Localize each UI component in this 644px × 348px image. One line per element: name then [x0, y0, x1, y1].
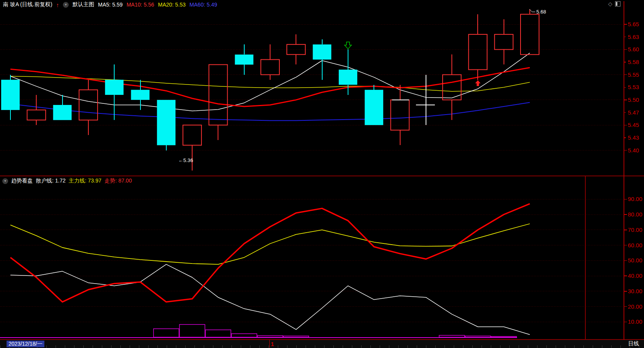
trend-value: 走势: 87.00: [105, 177, 132, 184]
price-axis-label: 5.60: [628, 46, 639, 52]
timeline-marker: 1: [269, 340, 274, 348]
stock-app-window: 南 玻A (日线.前复权) ↑ ▾ 默认主图 MA5: 5.59 MA10: 5…: [0, 0, 644, 348]
candle-down: [53, 105, 72, 120]
indicator-line-散户线: [10, 264, 530, 334]
candle-up: [521, 14, 539, 54]
candle-down: [313, 44, 331, 59]
period-selector[interactable]: 日线: [628, 340, 639, 347]
price-axis-label: 5.63: [628, 34, 639, 40]
retail-line-value: 散户线: 1.72: [36, 177, 66, 184]
price-axis-label: 5.45: [628, 122, 639, 128]
timeline-ticks: [0, 345, 644, 348]
sell-signal-arrow-icon: [345, 42, 352, 49]
candle-up: [391, 100, 409, 130]
volume-energy-bar: [257, 336, 283, 337]
candle-down: [105, 80, 123, 95]
indicator-name: 趋势看盘: [11, 177, 33, 184]
candle-up: [27, 110, 46, 120]
timeline-bar[interactable]: 2023/12/18/一 1 日线: [0, 340, 644, 348]
candle-down: [131, 90, 150, 100]
candle-up: [183, 125, 201, 145]
price-axis-label: 5.43: [628, 134, 639, 141]
indicator-axis-label: 70.00: [628, 226, 642, 233]
price-up-arrow-icon: ↑: [56, 2, 59, 8]
diamond-icon[interactable]: ◇: [608, 1, 612, 7]
candle-down: [157, 100, 176, 145]
overlay-indicator-label: 默认主图: [73, 1, 94, 8]
window-controls: ◇: [608, 1, 620, 7]
main-chart-header: 南 玻A (日线.前复权) ↑ ▾ 默认主图 MA5: 5.59 MA10: 5…: [0, 0, 644, 9]
price-axis-label: 5.58: [628, 59, 639, 65]
candle-down: [365, 90, 383, 125]
annotation-pointer: [529, 9, 535, 12]
candle-down: [235, 54, 254, 64]
indicator-axis-label: 80.00: [628, 211, 642, 218]
candle-up: [209, 65, 227, 125]
candle-up: [443, 75, 461, 100]
indicator-axis-label: 40.00: [628, 272, 642, 279]
indicator-axis-label: 60.00: [628, 242, 642, 248]
indicator-header: ▾ 趋势看盘 散户线: 1.72 主力线: 73.97 走势: 87.00: [2, 177, 132, 185]
indicator-axis-label: 90.00: [628, 196, 642, 202]
price-annotation: ←5.36: [178, 157, 193, 163]
indicator-axis-label: 50.00: [628, 257, 642, 264]
candle-up: [79, 90, 98, 120]
ma60-label: MA60: 5.49: [189, 2, 217, 8]
ma20-label: MA20: 5.53: [158, 2, 186, 8]
price-annotation: 5.68: [536, 9, 546, 15]
volume-energy-bar: [179, 324, 205, 337]
volume-energy-bar: [232, 334, 257, 337]
candle-up: [468, 34, 487, 69]
price-axis-label: 5.40: [628, 147, 639, 154]
price-axis-label: 5.53: [628, 84, 639, 90]
volume-energy-bar: [154, 329, 179, 337]
chevron-down-icon[interactable]: ▾: [2, 178, 8, 184]
chevron-down-icon[interactable]: ▾: [63, 2, 69, 8]
indicator-axis-label: 10.00: [628, 318, 642, 325]
volume-energy-bar: [205, 330, 231, 337]
chart-canvas[interactable]: 5.655.635.605.585.555.535.505.475.455.43…: [0, 0, 644, 348]
indicator-axis-label: 30.00: [628, 288, 642, 294]
candle-up: [495, 34, 513, 49]
price-axis-label: 5.55: [628, 71, 639, 78]
price-axis-label: 5.50: [628, 96, 639, 103]
indicator-line-走势: [10, 204, 530, 302]
volume-energy-bar: [439, 335, 465, 337]
stock-title: 南 玻A (日线.前复权): [3, 1, 52, 8]
main-force-line-value: 主力线: 73.97: [69, 177, 101, 184]
candle-down: [1, 80, 20, 110]
ma10-label: MA10: 5.56: [127, 2, 154, 8]
split-view-icon[interactable]: [615, 1, 620, 7]
candle-up: [261, 59, 279, 74]
date-label: 2023/12/18/一: [7, 341, 44, 347]
price-axis-label: 5.47: [628, 109, 639, 116]
indicator-axis-label: 20.00: [628, 303, 642, 310]
price-axis-label: 5.65: [628, 21, 639, 27]
candle-down: [339, 70, 357, 85]
ma5-label: MA5: 5.59: [98, 2, 123, 8]
buy-signal-arrow-icon: [475, 80, 480, 86]
